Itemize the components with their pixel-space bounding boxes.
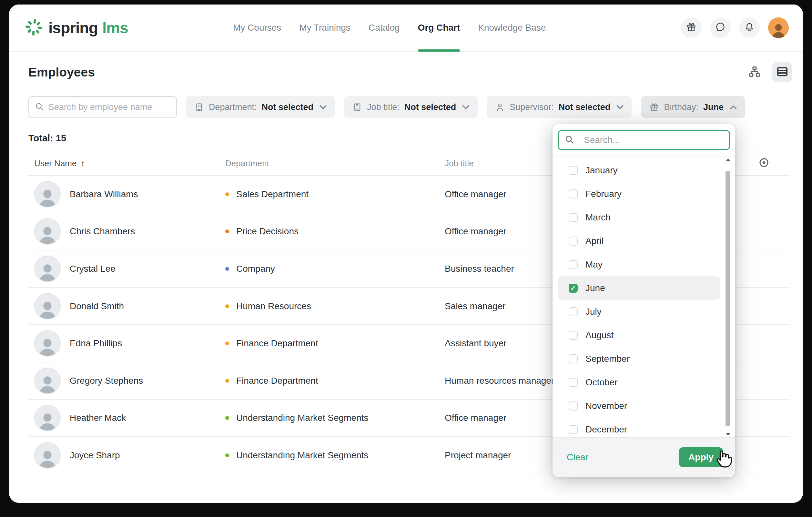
month-label: November [585,401,627,411]
filter-chip-birthday[interactable]: Birthday: June [641,96,745,118]
top-bar: ispringlms My Courses My Trainings Catal… [9,4,803,52]
chip-value: Not selected [559,102,611,112]
department-color-dot [225,379,229,383]
nav-item-org-chart[interactable]: Org Chart [418,4,460,51]
checkbox[interactable]: ✓ [569,378,578,387]
building-icon [194,102,204,112]
apply-button[interactable]: Apply [679,447,723,467]
department-name: Understanding Market Segments [236,450,368,461]
month-option-august[interactable]: ✓ August [558,323,720,347]
month-option-january[interactable]: ✓ January [558,159,720,182]
month-label: February [585,189,621,199]
bell-icon [744,22,755,34]
employee-name: Heather Mack [70,413,126,423]
checkbox[interactable]: ✓ [569,401,578,410]
month-label: September [585,354,630,364]
org-chart-view-button[interactable] [745,62,764,82]
department-color-dot [225,229,229,233]
nav-item-knowledge-base[interactable]: Knowledge Base [478,4,546,51]
month-option-november[interactable]: ✓ November [558,394,720,418]
employee-avatar [34,405,61,431]
checkbox[interactable]: ✓ [569,284,578,293]
checkbox[interactable]: ✓ [569,331,578,340]
employee-search[interactable] [28,96,177,118]
clear-button[interactable]: Clear [567,452,588,462]
scroll-down-icon[interactable] [726,433,730,436]
brand-name: ispringlms [49,19,128,37]
scroll-up-icon[interactable] [726,159,730,161]
checkbox[interactable]: ✓ [569,213,578,222]
month-option-february[interactable]: ✓ February [558,182,720,206]
checkbox[interactable]: ✓ [569,260,578,269]
month-option-december[interactable]: ✓ December [558,418,720,437]
chip-value: Not selected [262,102,314,112]
user-avatar[interactable] [768,18,789,38]
month-label: April [585,236,604,246]
month-option-july[interactable]: ✓ July [558,300,720,323]
column-header-user-name[interactable]: User Name ↑ [28,159,225,169]
department-name: Price Decisions [236,226,298,236]
employee-avatar [34,181,61,207]
dropdown-search[interactable] [558,130,730,150]
month-option-september[interactable]: ✓ September [558,347,720,371]
dropdown-search-input[interactable] [584,135,723,145]
chip-label: Supervisor: [510,102,554,112]
department-color-dot [225,267,229,271]
list-view-button[interactable] [772,62,792,82]
gifts-button[interactable] [681,18,702,38]
checkbox[interactable]: ✓ [569,307,578,316]
month-option-june[interactable]: ✓ June [558,276,720,300]
messages-button[interactable] [710,18,731,38]
brand-logo[interactable]: ispringlms [25,18,128,38]
filter-chip-job-title[interactable]: Job title: Not selected [344,96,477,118]
search-icon [564,135,574,146]
checkbox[interactable]: ✓ [569,425,578,434]
column-settings-button[interactable] [757,156,771,170]
checkbox[interactable]: ✓ [569,190,578,199]
department-color-dot [225,453,229,457]
total-count: Total: 15 [28,133,66,144]
person-icon [495,102,505,112]
month-label: August [585,330,613,341]
month-label: May [585,259,603,270]
nav-item-label: My Courses [233,23,281,33]
employee-avatar [34,330,61,356]
employee-name: Donald Smith [70,301,124,311]
nav-item-my-trainings[interactable]: My Trainings [299,4,350,51]
dropdown-footer: Clear Apply [553,437,735,477]
department-name: Sales Department [236,189,309,199]
checkmark-icon: ✓ [571,285,576,291]
checkbox[interactable]: ✓ [569,166,578,175]
chip-value: June [703,102,724,112]
gift-icon [649,102,659,112]
logo-sunburst-icon [25,18,43,38]
main-nav: My Courses My Trainings Catalog Org Char… [233,4,546,51]
chevron-down-icon [462,105,469,110]
month-option-may[interactable]: ✓ May [558,253,720,276]
department-name: Company [236,264,275,274]
scrollbar[interactable] [726,160,730,434]
department-name: Finance Department [236,376,318,386]
month-list: ✓ January ✓ February ✓ March ✓ April ✓ M… [553,158,735,437]
notifications-button[interactable] [739,18,760,38]
employee-search-input[interactable] [49,102,170,112]
month-option-october[interactable]: ✓ October [558,371,720,394]
checkbox[interactable]: ✓ [569,236,578,246]
scrollbar-thumb[interactable] [726,171,730,426]
employee-avatar [34,442,61,468]
filter-chip-department[interactable]: Department: Not selected [186,96,335,118]
department-color-dot [225,416,229,420]
nav-item-my-courses[interactable]: My Courses [233,4,281,51]
month-option-april[interactable]: ✓ April [558,229,720,253]
employee-name: Gregory Stephens [70,376,143,386]
text-caret [579,134,579,146]
month-label: January [585,165,618,176]
checkbox[interactable]: ✓ [569,354,578,364]
department-color-dot [225,304,229,308]
org-chart-icon [748,65,761,80]
nav-item-catalog[interactable]: Catalog [369,4,400,51]
month-option-march[interactable]: ✓ March [558,206,720,229]
filter-chip-supervisor[interactable]: Supervisor: Not selected [487,96,632,118]
chevron-down-icon [320,105,327,110]
header-actions [681,18,789,38]
